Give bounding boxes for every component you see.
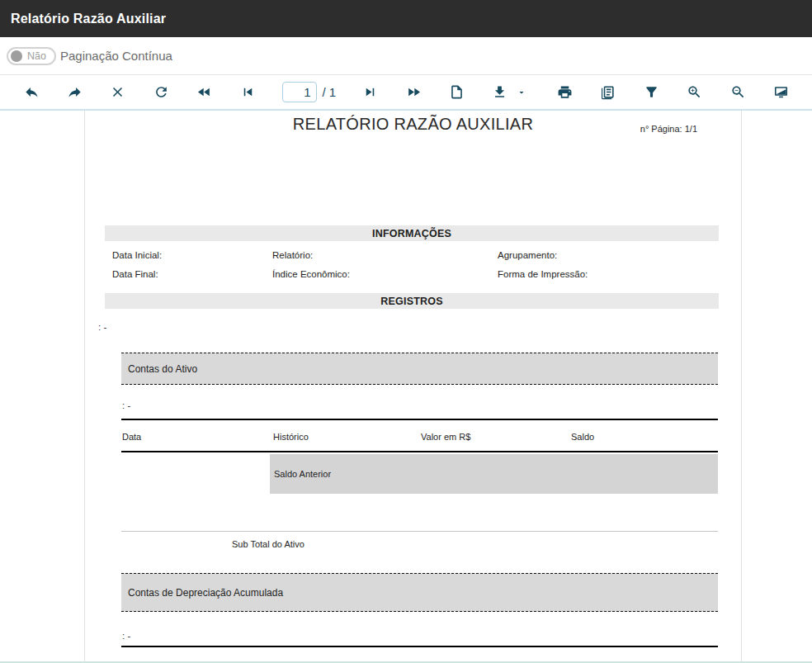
report-page-indicator: n° Página: 1/1 <box>640 124 697 134</box>
fast-forward-button[interactable] <box>404 82 423 103</box>
divider-line-thin <box>121 531 718 532</box>
download-icon <box>492 84 508 100</box>
group-header-contas-depreciacao: Contas de Depreciação Acumulada <box>121 573 718 612</box>
group-empty-value: : - <box>122 400 130 410</box>
divider-line <box>121 646 718 647</box>
zoom-in-icon <box>687 84 702 100</box>
report-document-icon <box>600 84 616 100</box>
close-button[interactable] <box>109 82 127 103</box>
last-page-button[interactable] <box>361 82 380 103</box>
subtotal-label: Sub Total do Ativo <box>232 539 304 549</box>
page-total-label: / 1 <box>323 85 337 99</box>
report-document-button[interactable] <box>599 82 617 103</box>
zoom-out-button[interactable] <box>729 82 747 103</box>
field-label-agrupamento: Agrupamento: <box>498 250 557 260</box>
first-page-button[interactable] <box>238 82 257 103</box>
column-header-saldo: Saldo <box>571 432 594 442</box>
fast-forward-icon <box>406 84 422 100</box>
group-title: Contas de Depreciação Acumulada <box>128 587 283 599</box>
report-toolbar: / 1 <box>0 74 812 111</box>
document-viewer[interactable]: RELATÓRIO RAZÃO AUXILIAR n° Página: 1/1 … <box>0 111 812 663</box>
download-group <box>491 82 531 103</box>
toolbar-inner: / 1 <box>0 75 812 109</box>
print-button[interactable] <box>555 82 574 103</box>
fast-rewind-button[interactable] <box>196 82 214 103</box>
print-icon <box>557 84 573 100</box>
download-options-button[interactable] <box>512 82 531 103</box>
registros-empty-value: : - <box>98 322 106 332</box>
fit-screen-button[interactable] <box>772 82 790 103</box>
field-label-indice-economico: Índice Econômico: <box>272 269 350 279</box>
column-header-historico: Histórico <box>273 432 309 442</box>
page-navigation-group: / 1 <box>282 82 337 102</box>
column-header-valor: Valor em R$ <box>421 432 470 442</box>
pagination-toggle-row: Não Paginação Contínua <box>0 37 812 74</box>
undo-arrow-icon <box>24 84 40 100</box>
redo-button[interactable] <box>65 82 83 103</box>
toggle-value-label: Não <box>27 50 46 62</box>
caret-down-icon <box>517 88 526 97</box>
informacoes-section-header: INFORMAÇÕES <box>105 225 719 241</box>
fit-screen-icon <box>773 84 789 100</box>
first-page-icon <box>240 84 256 100</box>
new-document-button[interactable] <box>447 82 465 103</box>
pagination-label: Paginação Contínua <box>60 49 172 63</box>
group-empty-value: : - <box>122 631 130 641</box>
field-label-data-final: Data Final: <box>112 269 158 279</box>
field-label-relatorio: Relatório: <box>272 250 313 260</box>
zoom-in-button[interactable] <box>686 82 704 103</box>
pagination-toggle[interactable]: Não <box>7 47 56 65</box>
download-button[interactable] <box>491 82 509 103</box>
page-number-input[interactable] <box>282 82 317 102</box>
window-titlebar: Relatório Razão Auxiliar <box>0 0 812 37</box>
filter-button[interactable] <box>642 82 660 103</box>
refresh-button[interactable] <box>152 82 170 103</box>
close-icon <box>110 84 125 100</box>
fast-rewind-icon <box>196 84 212 100</box>
group-header-contas-ativo: Contas do Ativo <box>121 353 718 385</box>
saldo-anterior-label: Saldo Anterior <box>274 469 331 479</box>
group-title: Contas do Ativo <box>128 363 197 375</box>
field-label-forma-impressao: Forma de Impressão: <box>498 269 588 279</box>
divider-line <box>121 419 718 420</box>
column-header-data: Data <box>122 432 141 442</box>
last-page-icon <box>362 84 378 100</box>
registros-section-header: REGISTROS <box>105 293 719 309</box>
toggle-knob-icon <box>11 50 22 62</box>
undo-button[interactable] <box>22 82 40 103</box>
filter-icon <box>644 84 659 100</box>
window-title: Relatório Razão Auxiliar <box>11 12 166 26</box>
redo-arrow-icon <box>67 84 83 100</box>
report-page: RELATÓRIO RAZÃO AUXILIAR n° Página: 1/1 … <box>84 111 742 661</box>
divider-line <box>121 451 718 452</box>
table-row-saldo-anterior: Saldo Anterior <box>270 454 718 494</box>
field-label-data-inicial: Data Inicial: <box>112 250 162 260</box>
new-document-icon <box>449 84 465 100</box>
zoom-out-icon <box>730 84 746 100</box>
refresh-icon <box>153 84 169 100</box>
